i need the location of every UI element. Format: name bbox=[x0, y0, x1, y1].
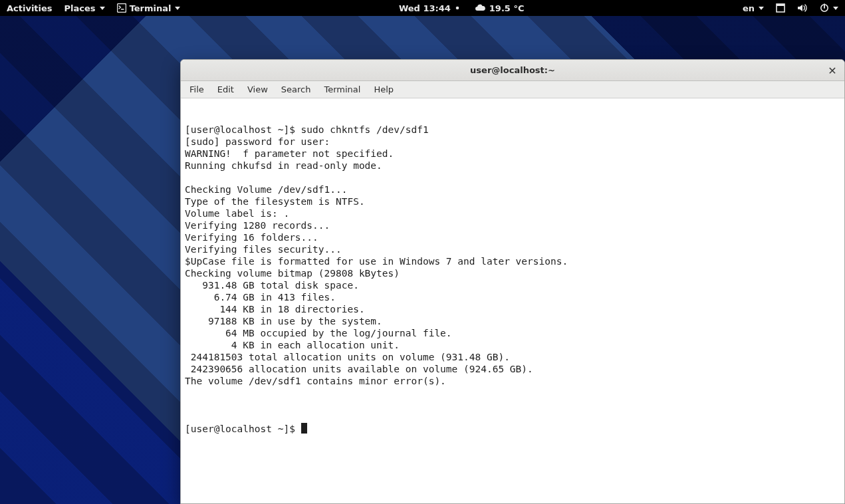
chevron-down-icon bbox=[100, 7, 105, 10]
terminal-line bbox=[185, 387, 840, 399]
menu-label: Terminal bbox=[324, 84, 360, 94]
app-menu-terminal[interactable]: Terminal bbox=[116, 3, 182, 13]
terminal-line: Checking Volume /dev/sdf1... bbox=[185, 184, 840, 195]
terminal-line: Verifying 1280 records... bbox=[185, 219, 840, 231]
terminal-prompt-line: [user@localhost ~]$ bbox=[185, 423, 840, 435]
terminal-line: [sudo] password for user: bbox=[185, 136, 840, 148]
terminal-line: $UpCase file is formatted for use in Win… bbox=[185, 255, 840, 267]
chevron-down-icon bbox=[833, 7, 838, 10]
terminal-line: Type of the filesystem is NTFS. bbox=[185, 195, 840, 207]
terminal-line: Running chkufsd in read-only mode. bbox=[185, 160, 840, 172]
menu-help[interactable]: Help bbox=[368, 83, 400, 96]
places-menu[interactable]: Places bbox=[63, 3, 106, 13]
dot-icon bbox=[455, 6, 459, 10]
terminal-line: 144 KB in 18 directories. bbox=[185, 303, 840, 315]
weather-indicator[interactable]: 19.5 °C bbox=[473, 3, 526, 13]
svg-point-2 bbox=[456, 7, 459, 10]
menu-terminal[interactable]: Terminal bbox=[318, 83, 366, 96]
cursor-icon bbox=[301, 423, 307, 434]
system-menu[interactable] bbox=[818, 3, 840, 13]
terminal-line bbox=[185, 172, 840, 184]
terminal-line: 64 MB occupied by the log/journal file. bbox=[185, 327, 840, 339]
terminal-line: 244181503 total allocation units on volu… bbox=[185, 351, 840, 363]
clock[interactable]: Wed 13:44 bbox=[398, 3, 461, 13]
menu-label: View bbox=[247, 84, 268, 94]
terminal-line: 931.48 GB total disk space. bbox=[185, 279, 840, 291]
terminal-line: WARNING! f parameter not specified. bbox=[185, 148, 840, 160]
menu-search[interactable]: Search bbox=[275, 83, 317, 96]
svg-rect-4 bbox=[777, 4, 785, 6]
terminal-line: The volume /dev/sdf1 contains minor erro… bbox=[185, 375, 840, 387]
chevron-down-icon bbox=[175, 7, 180, 10]
window-title: user@localhost:~ bbox=[470, 65, 555, 75]
activities-button[interactable]: Activities bbox=[5, 3, 54, 13]
menu-edit[interactable]: Edit bbox=[211, 83, 240, 96]
menu-view[interactable]: View bbox=[241, 83, 274, 96]
menu-label: Search bbox=[281, 84, 311, 94]
menu-label: Edit bbox=[217, 84, 234, 94]
weather-temp: 19.5 °C bbox=[489, 3, 525, 13]
terminal-line: Verifying files security... bbox=[185, 243, 840, 255]
window-titlebar[interactable]: user@localhost:~ ✕ bbox=[181, 60, 844, 81]
window-icon bbox=[776, 3, 785, 13]
terminal-viewport[interactable]: [user@localhost ~]$ sudo chkntfs /dev/sd… bbox=[181, 98, 844, 503]
volume-indicator[interactable] bbox=[796, 3, 809, 13]
terminal-line: Checking volume bitmap (29808 kBytes) bbox=[185, 267, 840, 279]
power-icon bbox=[820, 3, 829, 13]
terminal-line: Volume label is: . bbox=[185, 207, 840, 219]
menu-file[interactable]: File bbox=[183, 83, 210, 96]
terminal-output: [user@localhost ~]$ sudo chkntfs /dev/sd… bbox=[185, 124, 840, 399]
volume-icon bbox=[797, 3, 808, 13]
terminal-icon bbox=[117, 3, 126, 13]
gnome-top-bar: Activities Places Terminal Wed 13:44 bbox=[0, 0, 845, 16]
terminal-window: user@localhost:~ ✕ File Edit View Search… bbox=[180, 59, 845, 504]
app-menu-label: Terminal bbox=[130, 3, 172, 13]
terminal-line: [user@localhost ~]$ sudo chkntfs /dev/sd… bbox=[185, 124, 840, 136]
lang-label: en bbox=[743, 3, 755, 13]
svg-rect-0 bbox=[117, 4, 126, 13]
terminal-prompt: [user@localhost ~]$ bbox=[185, 424, 301, 434]
accessibility-menu[interactable] bbox=[775, 3, 786, 13]
terminal-line: Verifying 16 folders... bbox=[185, 231, 840, 243]
close-button[interactable]: ✕ bbox=[824, 63, 840, 78]
keyboard-layout-indicator[interactable]: en bbox=[741, 3, 765, 13]
menu-bar: File Edit View Search Terminal Help bbox=[181, 81, 844, 98]
activities-label: Activities bbox=[7, 3, 53, 13]
terminal-line: 6.74 GB in 413 files. bbox=[185, 291, 840, 303]
places-label: Places bbox=[64, 3, 96, 13]
terminal-line: 4 KB in each allocation unit. bbox=[185, 339, 840, 351]
clock-label: Wed 13:44 bbox=[399, 3, 451, 13]
close-icon: ✕ bbox=[828, 64, 836, 77]
chevron-down-icon bbox=[759, 7, 764, 10]
cloud-icon bbox=[474, 4, 486, 12]
terminal-line: 97188 KB in use by the system. bbox=[185, 315, 840, 327]
menu-label: File bbox=[189, 84, 204, 94]
terminal-line: 242390656 allocation units available on … bbox=[185, 363, 840, 375]
menu-label: Help bbox=[374, 84, 394, 94]
